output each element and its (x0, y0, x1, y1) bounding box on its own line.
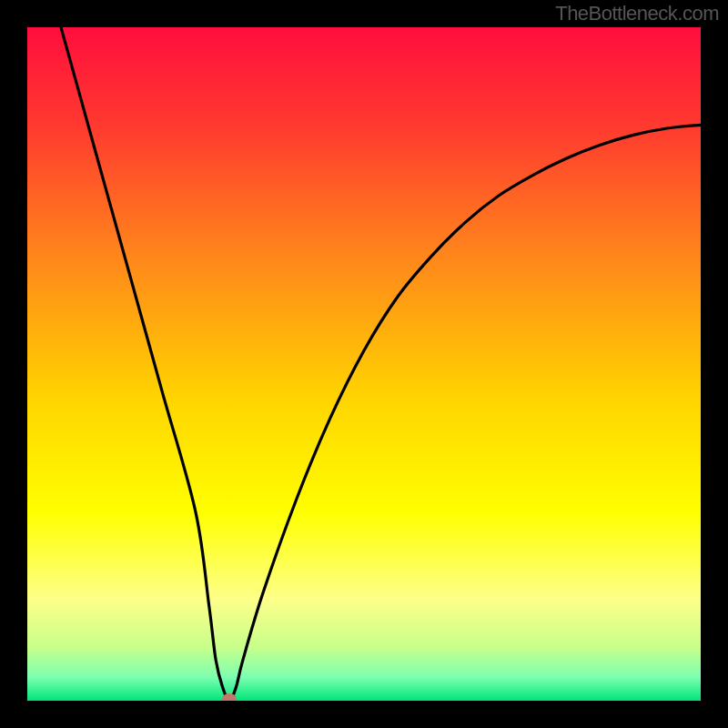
gradient-background (27, 27, 701, 701)
plot-area (27, 27, 701, 701)
chart-svg (27, 27, 701, 701)
chart-container: TheBottleneck.com (0, 0, 728, 728)
watermark-label: TheBottleneck.com (555, 2, 719, 25)
